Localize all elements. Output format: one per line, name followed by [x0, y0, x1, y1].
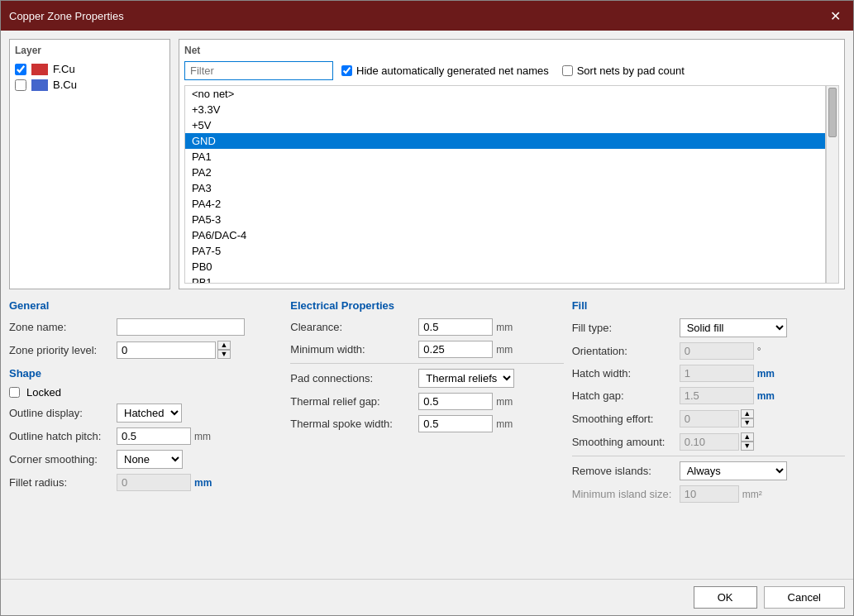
outline-display-select[interactable]: Hatched Full None: [117, 404, 182, 423]
hide-auto-nets-label[interactable]: Hide automatically generated net names: [341, 64, 549, 77]
dialog-content: Layer F.Cu B.Cu Net: [1, 31, 853, 575]
fillet-radius-row: Fillet radius: mm: [9, 474, 282, 491]
net-panel: Net Hide automatically generated net nam…: [179, 39, 845, 289]
net-list[interactable]: <no net> +3.3V +5V GND PA1 PA2 PA3 PA4-2…: [184, 85, 826, 284]
list-item-selected[interactable]: GND: [185, 133, 825, 149]
outline-display-row: Outline display: Hatched Full None: [9, 404, 282, 423]
bottom-section: General Zone name: Zone priority level: …: [9, 299, 845, 508]
smoothing-amount-up[interactable]: ▲: [741, 432, 754, 442]
layer-item-bcu: B.Cu: [15, 77, 165, 93]
list-item[interactable]: PA7-5: [185, 243, 825, 259]
layer-bcu-checkbox[interactable]: [15, 79, 26, 91]
electrical-title: Electrical Properties: [290, 299, 563, 312]
hatch-width-input[interactable]: [680, 365, 754, 382]
thermal-relief-gap-unit: mm: [496, 396, 513, 408]
clearance-input[interactable]: [418, 318, 493, 336]
locked-label[interactable]: Locked: [26, 386, 61, 399]
orientation-label: Orientation:: [572, 345, 680, 357]
sort-by-pad-count-checkbox[interactable]: [562, 65, 573, 76]
hatch-gap-input[interactable]: [680, 387, 754, 404]
locked-checkbox[interactable]: [9, 387, 20, 398]
clearance-unit: mm: [496, 322, 513, 333]
net-header: Hide automatically generated net names S…: [184, 61, 839, 80]
fillet-radius-input[interactable]: [117, 474, 191, 491]
shape-title: Shape: [9, 367, 282, 380]
min-island-size-label: Minimum island size:: [572, 488, 680, 500]
list-item[interactable]: <no net>: [185, 86, 825, 102]
smoothing-amount-down[interactable]: ▼: [741, 442, 754, 451]
fill-type-row: Fill type: Solid fill Hatched None: [572, 318, 845, 337]
priority-up-button[interactable]: ▲: [217, 341, 231, 350]
titlebar: Copper Zone Properties ✕: [1, 1, 853, 31]
smoothing-effort-up[interactable]: ▲: [741, 409, 754, 418]
sort-by-pad-count-label[interactable]: Sort nets by pad count: [562, 64, 685, 77]
close-button[interactable]: ✕: [825, 6, 845, 26]
smoothing-amount-input[interactable]: [680, 433, 739, 451]
priority-down-button[interactable]: ▼: [217, 350, 231, 359]
clearance-label: Clearance:: [290, 321, 418, 333]
cancel-button[interactable]: Cancel: [764, 586, 845, 609]
hatch-gap-label: Hatch gap:: [572, 389, 680, 402]
pad-connections-row: Pad connections: Thermal reliefs Solid N…: [290, 369, 563, 388]
list-item[interactable]: PA5-3: [185, 212, 825, 227]
min-width-row: Minimum width: mm: [290, 341, 563, 358]
min-island-size-input[interactable]: [680, 485, 739, 503]
hide-auto-nets-checkbox[interactable]: [341, 65, 352, 76]
copper-zone-properties-dialog: Copper Zone Properties ✕ Layer F.Cu B.Cu: [0, 0, 854, 616]
smoothing-effort-down[interactable]: ▼: [741, 418, 754, 427]
zone-name-input[interactable]: [117, 318, 245, 336]
thermal-spoke-width-unit: mm: [496, 418, 513, 430]
fill-section: Fill Fill type: Solid fill Hatched None …: [572, 299, 845, 508]
hatch-width-row: Hatch width: mm: [572, 365, 845, 382]
top-section: Layer F.Cu B.Cu Net: [9, 39, 845, 289]
corner-smoothing-row: Corner smoothing: None Chamfer Fillet: [9, 450, 282, 469]
list-item[interactable]: PA2: [185, 165, 825, 180]
fillet-radius-unit: mm: [194, 477, 212, 489]
net-items: <no net> +3.3V +5V GND PA1 PA2 PA3 PA4-2…: [184, 85, 826, 284]
min-island-size-row: Minimum island size: mm²: [572, 485, 845, 503]
smoothing-effort-row: Smoothing effort: ▲ ▼: [572, 409, 845, 427]
layer-panel: Layer F.Cu B.Cu: [9, 39, 170, 289]
remove-islands-label: Remove islands:: [572, 465, 680, 477]
net-filter-input[interactable]: [184, 61, 333, 80]
thermal-relief-gap-row: Thermal relief gap: mm: [290, 393, 563, 410]
net-scrollbar[interactable]: [826, 85, 839, 284]
outline-hatch-pitch-unit: mm: [194, 431, 211, 442]
zone-priority-input[interactable]: [117, 341, 216, 359]
outline-hatch-pitch-input[interactable]: [117, 427, 191, 445]
layer-fcu-checkbox[interactable]: [15, 64, 26, 75]
orientation-row: Orientation: °: [572, 342, 845, 360]
list-item[interactable]: PB1: [185, 275, 825, 284]
fill-type-select[interactable]: Solid fill Hatched None: [680, 318, 787, 337]
priority-wrap: ▲ ▼: [117, 341, 231, 359]
general-title: General: [9, 299, 282, 312]
layer-bcu-label: B.Cu: [53, 79, 77, 91]
fill-title: Fill: [572, 299, 845, 312]
net-label: Net: [184, 45, 839, 56]
min-width-label: Minimum width:: [290, 343, 418, 356]
list-item[interactable]: PA4-2: [185, 196, 825, 212]
clearance-row: Clearance: mm: [290, 318, 563, 336]
list-item[interactable]: PB0: [185, 259, 825, 275]
layer-label: Layer: [15, 45, 165, 56]
list-item[interactable]: PA1: [185, 149, 825, 165]
thermal-spoke-width-input[interactable]: [418, 415, 493, 432]
thermal-relief-gap-input[interactable]: [418, 393, 493, 410]
list-item[interactable]: +3.3V: [185, 102, 825, 117]
orientation-input[interactable]: [680, 342, 754, 360]
smoothing-amount-row: Smoothing amount: ▲ ▼: [572, 432, 845, 451]
priority-spinner: ▲ ▼: [217, 341, 231, 359]
list-item[interactable]: PA3: [185, 180, 825, 196]
ok-button[interactable]: OK: [694, 586, 757, 609]
remove-islands-select[interactable]: Always Never Below area limit: [680, 461, 787, 480]
layer-fcu-label: F.Cu: [53, 63, 75, 75]
hatch-width-unit: mm: [757, 368, 775, 380]
min-width-input[interactable]: [418, 341, 493, 358]
pad-connections-select[interactable]: Thermal reliefs Solid None THT thermal: [418, 369, 514, 388]
list-item[interactable]: PA6/DAC-4: [185, 227, 825, 243]
list-item[interactable]: +5V: [185, 117, 825, 133]
corner-smoothing-select[interactable]: None Chamfer Fillet: [117, 450, 183, 469]
min-island-size-unit: mm²: [742, 489, 762, 500]
smoothing-effort-input[interactable]: [680, 410, 739, 427]
zone-priority-label: Zone priority level:: [9, 344, 117, 356]
